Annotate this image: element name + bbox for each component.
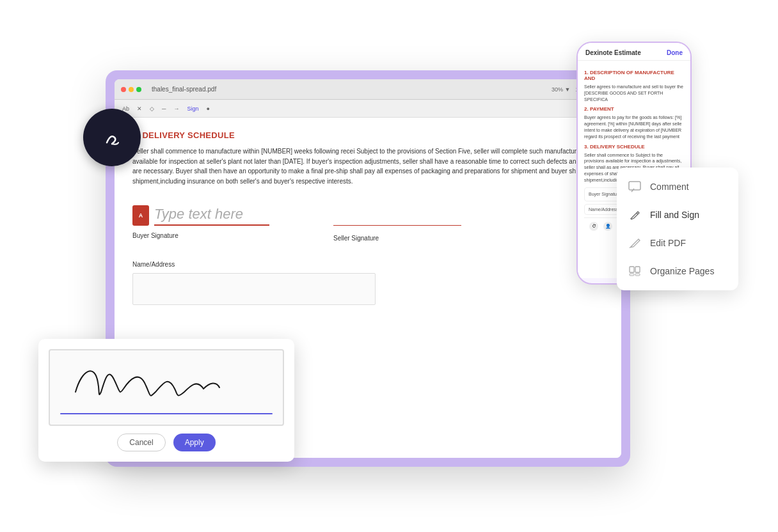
signature-dialog: Cancel Apply <box>38 339 294 462</box>
context-item-edit-pdf[interactable]: Edit PDF <box>617 229 738 257</box>
phone-buyer-sig-label: Buyer Signature <box>589 192 621 196</box>
sub-tool-dot: ● <box>206 106 209 112</box>
fill-sign-icon <box>627 207 642 223</box>
buyer-sig-block: A Type text here Buyer Signature <box>132 205 269 242</box>
edit-pdf-label: Edit PDF <box>650 238 686 248</box>
signature-drawing <box>63 357 242 402</box>
phone-header: Dexinote Estimate Done <box>578 43 690 61</box>
context-item-comment[interactable]: Comment <box>617 173 738 201</box>
phone-done-button[interactable]: Done <box>667 49 683 56</box>
phone-icon-clock[interactable]: ⏱ <box>589 222 598 231</box>
dot-yellow <box>129 87 134 92</box>
organize-icon <box>627 263 642 279</box>
phone-section2-title: 2. PAYMENT <box>584 106 684 112</box>
logo-svg <box>99 125 125 150</box>
type-text-placeholder[interactable]: Type text here <box>154 206 269 226</box>
svg-rect-2 <box>630 267 634 272</box>
toolbar-dots <box>121 87 141 92</box>
signature-dialog-buttons: Cancel Apply <box>49 434 284 451</box>
sub-tool-line[interactable]: ─ <box>162 106 166 112</box>
context-item-organize[interactable]: Organize Pages <box>617 257 738 285</box>
svg-rect-5 <box>635 274 640 276</box>
edit-pdf-icon <box>627 235 642 251</box>
signature-baseline <box>60 413 273 414</box>
signature-section: A Type text here Buyer Signature Seller … <box>132 205 603 242</box>
cancel-button[interactable]: Cancel <box>117 434 165 451</box>
buyer-sig-input-row: A Type text here <box>132 205 269 226</box>
dot-green <box>136 87 141 92</box>
logo-circle <box>83 109 141 166</box>
buyer-signature-label: Buyer Signature <box>132 232 269 239</box>
zoom-level[interactable]: 30% ▼ <box>552 86 570 93</box>
phone-name-address-label: Name/Address <box>589 207 618 212</box>
scene: thales_final-spread.pdf 30% ▼ 1 / 5 Ab ✕… <box>0 0 778 532</box>
pdf-title: thales_final-spread.pdf <box>152 86 216 93</box>
dot-red <box>121 87 126 92</box>
phone-section1-title: 1. DESCRIPTION OF MANUFACTURE AND <box>584 70 684 81</box>
name-address-box[interactable] <box>132 273 376 305</box>
sub-tool-arrow[interactable]: → <box>173 106 179 112</box>
seller-signature-label: Seller Signature <box>333 235 461 242</box>
sub-tool-x[interactable]: ✕ <box>137 106 142 112</box>
phone-title: Dexinote Estimate <box>585 49 641 56</box>
sub-toolbar: Ab ✕ ◇ ─ → Sign ● <box>115 100 621 118</box>
pdf-body-text: Seller shall commence to manufacture wit… <box>132 146 603 186</box>
context-menu: Comment Fill and Sign Edit PDF <box>617 168 738 290</box>
sub-tool-sign[interactable]: Sign <box>187 106 198 112</box>
svg-rect-3 <box>635 267 640 272</box>
pdf-section-heading: 3. DELIVERY SCHEDULE <box>132 130 603 140</box>
phone-section3-title: 3. DELIVERY SCHEDULE <box>584 144 684 150</box>
context-item-fill-sign[interactable]: Fill and Sign <box>617 201 738 229</box>
acrobat-icon-label: A <box>139 212 143 219</box>
fill-sign-label: Fill and Sign <box>650 210 699 220</box>
apply-button[interactable]: Apply <box>173 434 216 451</box>
comment-label: Comment <box>650 182 689 192</box>
svg-rect-4 <box>630 274 634 276</box>
svg-rect-1 <box>629 182 640 190</box>
comment-icon <box>627 179 642 194</box>
name-address-section: Name/Address <box>132 261 603 305</box>
pdf-toolbar: thales_final-spread.pdf 30% ▼ 1 / 5 <box>115 79 621 100</box>
seller-sig-line[interactable] <box>333 205 461 226</box>
phone-section2-text: Buyer agrees to pay for the goods as fol… <box>584 114 684 139</box>
name-address-label: Name/Address <box>132 261 603 268</box>
phone-icon-person[interactable]: 👤 <box>603 222 612 231</box>
acrobat-icon: A <box>132 205 149 226</box>
signature-canvas[interactable] <box>49 349 284 426</box>
sub-tool-shape[interactable]: ◇ <box>150 106 154 112</box>
organize-label: Organize Pages <box>650 266 714 276</box>
seller-sig-block: Seller Signature <box>333 205 461 242</box>
phone-section1-text: Seller agrees to manufacture and sell to… <box>584 84 684 102</box>
